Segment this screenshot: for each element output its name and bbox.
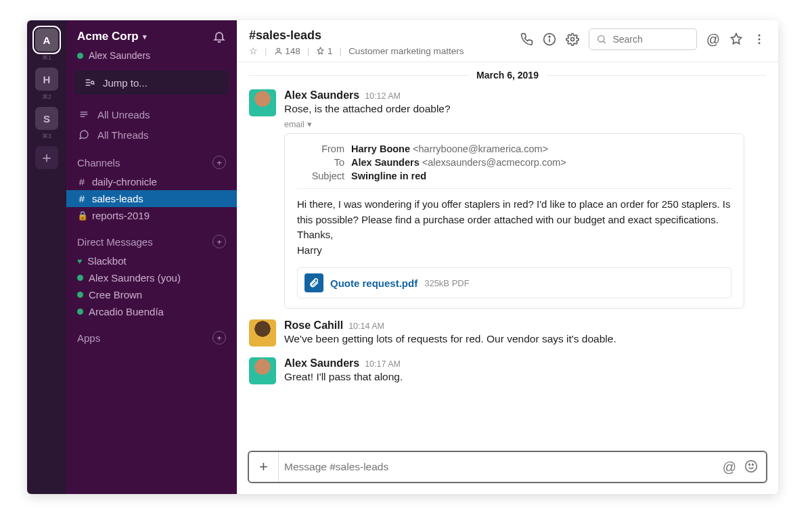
presence-dot-icon [77, 292, 83, 298]
file-attachment[interactable]: Quote request.pdf 325kB PDF [297, 267, 731, 298]
star-icon[interactable] [729, 32, 743, 46]
svg-point-11 [549, 36, 550, 37]
svg-point-13 [598, 36, 604, 42]
notifications-bell-icon[interactable] [212, 30, 226, 43]
message-composer: + @ [248, 451, 767, 483]
channel-topic[interactable]: Customer marketing matters [348, 46, 464, 56]
message: Rose Cahill 10:14 AM We've been getting … [249, 314, 766, 352]
team-header[interactable]: Acme Corp ▾ [66, 20, 237, 50]
svg-point-20 [752, 464, 754, 465]
svg-point-19 [749, 464, 750, 465]
svg-point-18 [746, 460, 757, 472]
channel-title: #sales-leads [249, 28, 464, 43]
svg-point-16 [759, 39, 761, 41]
message-time: 10:12 AM [365, 91, 401, 101]
message-text: We've been getting lots of requests for … [284, 333, 766, 345]
search-icon [596, 32, 607, 46]
attach-button[interactable]: + [249, 452, 279, 482]
workspace-rail: A ⌘1 H ⌘2 S ⌘3 ＋ [27, 20, 66, 494]
workspace-hotkey: ⌘3 [42, 133, 51, 139]
workspace-switcher[interactable]: A [35, 28, 58, 51]
workspace-switcher[interactable]: H [35, 68, 58, 91]
channel-item[interactable]: # daily-chronicle [66, 173, 237, 190]
all-threads-link[interactable]: All Threads [66, 125, 237, 145]
sidebar: Acme Corp ▾ Alex Saunders Jump to... All… [66, 20, 237, 494]
mentions-icon[interactable]: @ [706, 32, 720, 46]
more-icon[interactable] [752, 32, 766, 46]
mentions-icon[interactable]: @ [723, 460, 736, 475]
svg-point-15 [759, 35, 761, 37]
search-input[interactable] [612, 34, 690, 45]
presence-dot-icon [77, 53, 83, 59]
dm-item[interactable]: ♥ Slackbot [66, 252, 237, 269]
chevron-down-icon: ▾ [143, 32, 147, 41]
channel-meta: ☆ | 148 | 1 | Customer marketing matters [249, 45, 464, 56]
email-tag[interactable]: email▾ [284, 119, 766, 129]
lock-icon: 🔒 [77, 210, 87, 221]
email-body: Hi there, I was wondering if you offer s… [297, 197, 731, 258]
pin-count[interactable]: 1 [316, 46, 332, 56]
apps-section-header[interactable]: Apps + [66, 320, 237, 349]
presence-dot-icon [77, 275, 83, 281]
current-user[interactable]: Alex Saunders [66, 50, 237, 68]
svg-point-8 [277, 48, 279, 51]
add-workspace-button[interactable]: ＋ [35, 146, 58, 169]
dm-item[interactable]: Arcadio Buendía [66, 303, 237, 320]
presence-dot-icon [77, 309, 83, 315]
info-icon[interactable] [543, 32, 556, 46]
team-name: Acme Corp [77, 30, 139, 43]
gear-icon[interactable] [566, 32, 579, 46]
channels-section-header[interactable]: Channels + [66, 145, 237, 173]
add-channel-button[interactable]: + [212, 156, 226, 169]
avatar[interactable] [249, 89, 276, 116]
dms-section-header[interactable]: Direct Messages + [66, 224, 237, 252]
search-box[interactable] [589, 28, 697, 50]
date-divider: March 6, 2019 [249, 69, 766, 81]
channel-item[interactable]: # sales-leads [66, 190, 237, 207]
channel-header: #sales-leads ☆ | 148 | 1 | Customer mark… [237, 20, 778, 62]
message-author[interactable]: Alex Saunders [284, 89, 359, 102]
email-attachment-card: FromHarry Boone <harryboone@kramerica.co… [284, 133, 744, 309]
add-dm-button[interactable]: + [212, 235, 226, 248]
attachment-name: Quote request.pdf [330, 277, 418, 289]
avatar[interactable] [249, 319, 276, 346]
message-time: 10:17 AM [365, 359, 401, 369]
dm-item[interactable]: Alex Saunders (you) [66, 269, 237, 286]
hash-icon: # [77, 193, 87, 204]
avatar[interactable] [249, 357, 276, 384]
message: Alex Saunders 10:17 AM Great! I'll pass … [249, 352, 766, 390]
attachment-meta: 325kB PDF [424, 278, 469, 288]
call-icon[interactable] [520, 32, 533, 46]
svg-line-4 [93, 83, 94, 84]
dm-item[interactable]: Cree Brown [66, 286, 237, 303]
message-author[interactable]: Alex Saunders [284, 357, 359, 370]
jump-label: Jump to... [103, 77, 148, 89]
workspace-switcher[interactable]: S [35, 107, 58, 130]
svg-point-12 [571, 38, 574, 41]
heart-icon: ♥ [77, 256, 82, 266]
workspace-hotkey: ⌘2 [42, 93, 51, 100]
message-input[interactable] [279, 454, 715, 480]
unreads-icon [77, 108, 91, 121]
emoji-icon[interactable] [744, 460, 758, 475]
star-icon[interactable]: ☆ [249, 45, 258, 56]
message-author[interactable]: Rose Cahill [284, 319, 343, 332]
svg-point-17 [759, 42, 761, 44]
channel-item[interactable]: 🔒 reports-2019 [66, 207, 237, 224]
hash-icon: # [77, 176, 87, 187]
paperclip-icon [304, 273, 323, 292]
chevron-down-icon: ▾ [307, 119, 312, 129]
message-text: Rose, is the attached order doable? [284, 103, 766, 115]
message-text: Great! I'll pass that along. [284, 371, 766, 383]
all-unreads-link[interactable]: All Unreads [66, 104, 237, 125]
message-time: 10:14 AM [348, 321, 384, 331]
jump-icon [83, 76, 96, 89]
threads-icon [77, 128, 91, 141]
main-panel: #sales-leads ☆ | 148 | 1 | Customer mark… [237, 20, 778, 494]
member-count[interactable]: 148 [274, 46, 300, 56]
add-app-button[interactable]: + [212, 331, 226, 344]
svg-line-14 [604, 41, 606, 43]
workspace-hotkey: ⌘1 [42, 54, 51, 61]
message-list[interactable]: March 6, 2019 Alex Saunders 10:12 AM Ros… [237, 62, 778, 447]
jump-to[interactable]: Jump to... [74, 70, 229, 95]
